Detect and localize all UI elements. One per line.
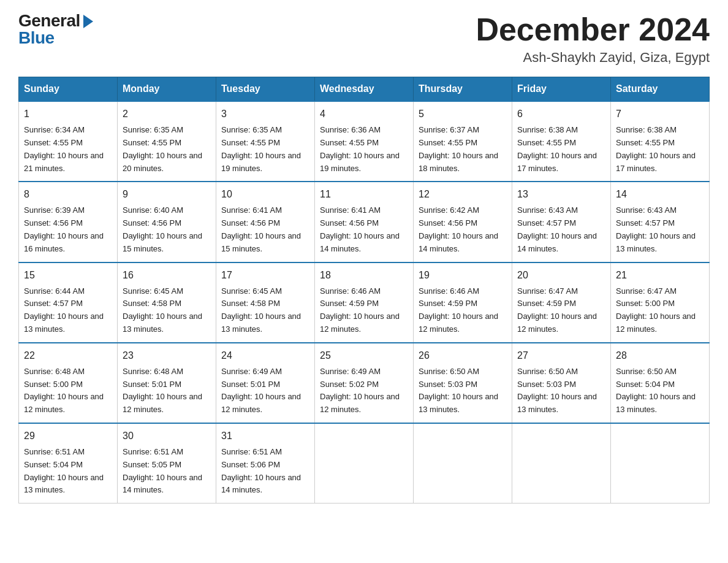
day-number: 9 <box>123 187 211 202</box>
day-info: Sunrise: 6:37 AMSunset: 4:55 PMDaylight:… <box>419 125 498 172</box>
day-info: Sunrise: 6:45 AMSunset: 4:58 PMDaylight:… <box>221 286 301 334</box>
col-tuesday: Tuesday <box>216 77 315 102</box>
col-thursday: Thursday <box>414 77 512 102</box>
day-info: Sunrise: 6:50 AMSunset: 5:03 PMDaylight:… <box>419 367 498 414</box>
day-number: 19 <box>419 268 507 283</box>
col-monday: Monday <box>118 77 216 102</box>
table-row: 15 Sunrise: 6:44 AMSunset: 4:57 PMDaylig… <box>19 262 118 343</box>
day-number: 18 <box>320 268 408 283</box>
day-info: Sunrise: 6:38 AMSunset: 4:55 PMDaylight:… <box>616 125 696 172</box>
day-info: Sunrise: 6:49 AMSunset: 5:01 PMDaylight:… <box>221 367 301 414</box>
logo-general-text: General <box>18 12 80 29</box>
day-info: Sunrise: 6:40 AMSunset: 4:56 PMDaylight:… <box>123 205 202 253</box>
day-info: Sunrise: 6:38 AMSunset: 4:55 PMDaylight:… <box>517 125 597 172</box>
table-row: 11 Sunrise: 6:41 AMSunset: 4:56 PMDaylig… <box>315 182 414 262</box>
month-title: December 2024 <box>476 12 710 47</box>
day-info: Sunrise: 6:46 AMSunset: 4:59 PMDaylight:… <box>320 286 400 334</box>
table-row <box>611 423 710 504</box>
day-info: Sunrise: 6:48 AMSunset: 5:00 PMDaylight:… <box>24 367 104 414</box>
page-header: General Blue December 2024 Ash-Shaykh Za… <box>18 12 710 66</box>
table-row: 27 Sunrise: 6:50 AMSunset: 5:03 PMDaylig… <box>512 343 611 423</box>
table-row: 8 Sunrise: 6:39 AMSunset: 4:56 PMDayligh… <box>19 182 118 262</box>
day-number: 30 <box>123 429 211 443</box>
table-row: 3 Sunrise: 6:35 AMSunset: 4:55 PMDayligh… <box>216 101 315 182</box>
day-info: Sunrise: 6:39 AMSunset: 4:56 PMDaylight:… <box>24 205 104 253</box>
day-number: 7 <box>616 107 704 121</box>
day-number: 23 <box>123 348 211 363</box>
day-info: Sunrise: 6:34 AMSunset: 4:55 PMDaylight:… <box>24 125 104 172</box>
day-number: 28 <box>616 348 704 363</box>
table-row: 23 Sunrise: 6:48 AMSunset: 5:01 PMDaylig… <box>118 343 216 423</box>
col-sunday: Sunday <box>19 77 118 102</box>
day-number: 8 <box>24 187 112 202</box>
day-info: Sunrise: 6:50 AMSunset: 5:03 PMDaylight:… <box>517 367 597 414</box>
calendar-table: Sunday Monday Tuesday Wednesday Thursday… <box>18 77 710 504</box>
logo-triangle-icon <box>83 15 93 28</box>
col-wednesday: Wednesday <box>315 77 414 102</box>
day-number: 15 <box>24 268 112 283</box>
calendar-header: Sunday Monday Tuesday Wednesday Thursday… <box>19 77 710 102</box>
day-number: 21 <box>616 268 704 283</box>
table-row: 10 Sunrise: 6:41 AMSunset: 4:56 PMDaylig… <box>216 182 315 262</box>
day-number: 20 <box>517 268 605 283</box>
col-saturday: Saturday <box>611 77 710 102</box>
day-number: 4 <box>320 107 408 121</box>
day-info: Sunrise: 6:47 AMSunset: 5:00 PMDaylight:… <box>616 286 696 334</box>
day-info: Sunrise: 6:42 AMSunset: 4:56 PMDaylight:… <box>419 205 498 253</box>
day-number: 10 <box>221 187 309 202</box>
table-row: 16 Sunrise: 6:45 AMSunset: 4:58 PMDaylig… <box>118 262 216 343</box>
table-row: 19 Sunrise: 6:46 AMSunset: 4:59 PMDaylig… <box>414 262 512 343</box>
table-row: 4 Sunrise: 6:36 AMSunset: 4:55 PMDayligh… <box>315 101 414 182</box>
day-number: 27 <box>517 348 605 363</box>
day-info: Sunrise: 6:43 AMSunset: 4:57 PMDaylight:… <box>616 205 696 253</box>
logo: General Blue <box>18 12 93 47</box>
table-row: 30 Sunrise: 6:51 AMSunset: 5:05 PMDaylig… <box>118 423 216 504</box>
day-number: 12 <box>419 187 507 202</box>
day-info: Sunrise: 6:43 AMSunset: 4:57 PMDaylight:… <box>517 205 597 253</box>
table-row: 13 Sunrise: 6:43 AMSunset: 4:57 PMDaylig… <box>512 182 611 262</box>
day-number: 24 <box>221 348 309 363</box>
location-subtitle: Ash-Shaykh Zayid, Giza, Egypt <box>476 50 710 66</box>
table-row <box>315 423 414 504</box>
table-row: 6 Sunrise: 6:38 AMSunset: 4:55 PMDayligh… <box>512 101 611 182</box>
day-number: 3 <box>221 107 309 121</box>
day-info: Sunrise: 6:51 AMSunset: 5:05 PMDaylight:… <box>123 447 202 494</box>
calendar-body: 1 Sunrise: 6:34 AMSunset: 4:55 PMDayligh… <box>19 101 710 503</box>
day-info: Sunrise: 6:41 AMSunset: 4:56 PMDaylight:… <box>221 205 301 253</box>
day-info: Sunrise: 6:48 AMSunset: 5:01 PMDaylight:… <box>123 367 202 414</box>
table-row: 12 Sunrise: 6:42 AMSunset: 4:56 PMDaylig… <box>414 182 512 262</box>
day-info: Sunrise: 6:50 AMSunset: 5:04 PMDaylight:… <box>616 367 696 414</box>
title-block: December 2024 Ash-Shaykh Zayid, Giza, Eg… <box>476 12 710 66</box>
day-info: Sunrise: 6:35 AMSunset: 4:55 PMDaylight:… <box>221 125 301 172</box>
day-info: Sunrise: 6:46 AMSunset: 4:59 PMDaylight:… <box>419 286 498 334</box>
table-row: 24 Sunrise: 6:49 AMSunset: 5:01 PMDaylig… <box>216 343 315 423</box>
day-info: Sunrise: 6:45 AMSunset: 4:58 PMDaylight:… <box>123 286 202 334</box>
day-number: 11 <box>320 187 408 202</box>
table-row <box>414 423 512 504</box>
day-number: 29 <box>24 429 112 443</box>
day-info: Sunrise: 6:36 AMSunset: 4:55 PMDaylight:… <box>320 125 400 172</box>
day-number: 22 <box>24 348 112 363</box>
table-row: 2 Sunrise: 6:35 AMSunset: 4:55 PMDayligh… <box>118 101 216 182</box>
table-row <box>512 423 611 504</box>
day-info: Sunrise: 6:41 AMSunset: 4:56 PMDaylight:… <box>320 205 400 253</box>
day-number: 16 <box>123 268 211 283</box>
table-row: 17 Sunrise: 6:45 AMSunset: 4:58 PMDaylig… <box>216 262 315 343</box>
table-row: 25 Sunrise: 6:49 AMSunset: 5:02 PMDaylig… <box>315 343 414 423</box>
table-row: 14 Sunrise: 6:43 AMSunset: 4:57 PMDaylig… <box>611 182 710 262</box>
logo-blue-text: Blue <box>18 29 55 47</box>
day-number: 1 <box>24 107 112 121</box>
table-row: 28 Sunrise: 6:50 AMSunset: 5:04 PMDaylig… <box>611 343 710 423</box>
day-number: 31 <box>221 429 309 443</box>
table-row: 18 Sunrise: 6:46 AMSunset: 4:59 PMDaylig… <box>315 262 414 343</box>
table-row: 29 Sunrise: 6:51 AMSunset: 5:04 PMDaylig… <box>19 423 118 504</box>
day-info: Sunrise: 6:49 AMSunset: 5:02 PMDaylight:… <box>320 367 400 414</box>
table-row: 20 Sunrise: 6:47 AMSunset: 4:59 PMDaylig… <box>512 262 611 343</box>
table-row: 22 Sunrise: 6:48 AMSunset: 5:00 PMDaylig… <box>19 343 118 423</box>
table-row: 21 Sunrise: 6:47 AMSunset: 5:00 PMDaylig… <box>611 262 710 343</box>
day-info: Sunrise: 6:51 AMSunset: 5:06 PMDaylight:… <box>221 447 301 494</box>
day-number: 25 <box>320 348 408 363</box>
table-row: 5 Sunrise: 6:37 AMSunset: 4:55 PMDayligh… <box>414 101 512 182</box>
day-number: 2 <box>123 107 211 121</box>
table-row: 31 Sunrise: 6:51 AMSunset: 5:06 PMDaylig… <box>216 423 315 504</box>
